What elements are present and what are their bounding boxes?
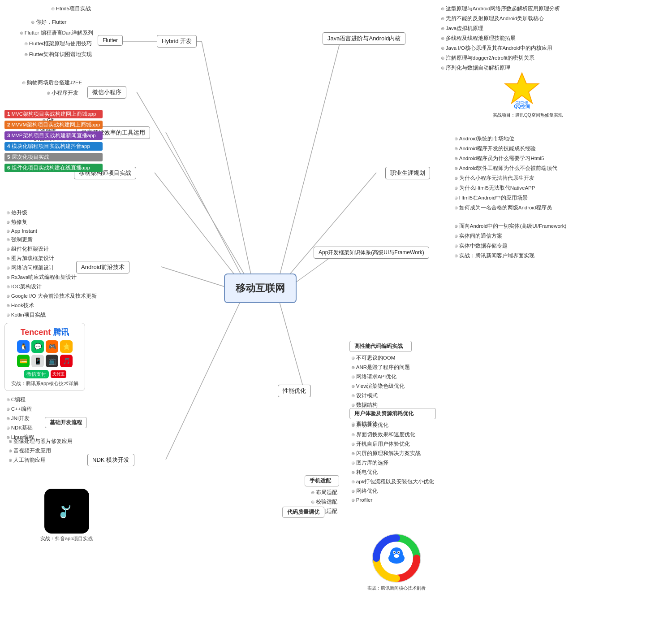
- leaf-startup: 启动速度优化: [349, 421, 436, 430]
- leaf-rxjava: RxJava响应式编程框架设计: [4, 273, 99, 282]
- leaf-career4: Android软件工程师为什么不会被前端顶代: [452, 164, 559, 173]
- leaf-hotfix: 热修复: [4, 218, 99, 226]
- perf-section2-label: 用户体验及资源消耗优化: [349, 408, 436, 419]
- arch-item-5: 5 层次化项目实战: [4, 153, 103, 161]
- ndk-leaves2: 图像处理与照片修复应用 音视频开发应用 人工智能应用: [7, 437, 74, 464]
- svg-point-22: [394, 552, 395, 553]
- perf-section2-group: 用户体验及资源消耗优化 启动速度优化 界面切换效果和速度优化 开机自启用户体验优…: [349, 408, 436, 503]
- arch-item-6: 6 组件化项目实战构建在线直播app: [4, 164, 103, 172]
- leaf-imageloader: 图片加载框架设计: [4, 254, 99, 263]
- wechat-pay-label: 微信支付: [24, 370, 49, 378]
- leaf-flutter2: Flutter 编程语言Dart详解系列: [18, 29, 95, 37]
- branch-wechat: 微信小程序: [87, 86, 126, 99]
- svg-text:QZONE: QZONE: [516, 100, 528, 104]
- perf-section1-label: 高性能代码编码实战: [349, 341, 412, 352]
- tencent-news-caption: 实战：腾讯新闻核心技术剖析: [367, 585, 426, 591]
- mind-map: 移动互联网 Hybrid 开发 Flutter Html5项目实战 你好，Flu…: [0, 0, 672, 625]
- leaf-apk: apk打包流程以及安装包大小优化: [349, 477, 436, 486]
- arch-items: 1 MVC架构项目实战构建网上商城app 2 MVVM架构项目实战构建网上商城a…: [4, 109, 103, 173]
- qqzone-block: QQ空间 QZONE 实战项目：腾讯QQ空间热修复实现: [493, 69, 551, 118]
- svg-line-11: [278, 296, 305, 392]
- leaf-kotlin: Kotlin项目实战: [4, 311, 99, 319]
- icon-tencent2: 🎮: [46, 340, 58, 353]
- leaf-ndk: NDK基础: [4, 424, 36, 432]
- leaf-career5: 为什么小程序无法替代原生开发: [452, 174, 559, 182]
- leaf-career3: Android程序员为什么需要学习Html5: [452, 154, 559, 163]
- leaf-component: 组件化框架设计: [4, 245, 99, 253]
- tencent-caption: 实战：腾讯系app核心技术详解: [10, 380, 79, 387]
- icon-qq: 🐧: [17, 340, 30, 353]
- icon-tencent6: 🎵: [60, 355, 73, 367]
- leaf-google-io: Google I/O 大会前沿技术及技术更新: [4, 292, 99, 300]
- tencent-block: Tencent 腾讯 🐧 💬 🎮 ⭐ 💳 📱 📺 🎵 微信支付 支付宝 实战：腾…: [4, 323, 85, 391]
- leaf-app4: 实战：腾讯新闻客户端界面实现: [452, 252, 568, 260]
- arch-item-3: 3 MVP架构项目实战构建新闻直播app: [4, 131, 103, 140]
- leaf-network: 网络访问框架设计: [4, 264, 99, 272]
- leaf-java2: 无所不能的反射原理及Android类加载核心: [439, 14, 562, 23]
- leaf-splash: 闪屏的原理和解决方案实战: [349, 449, 436, 458]
- leaf-cpp: C++编程: [4, 405, 36, 413]
- perf-section3-label: 手机适配: [305, 475, 339, 486]
- leaf-verify-adapt: 校验适配: [309, 498, 339, 506]
- leaf-wechat1: 购物商场后台搭建J2EE: [20, 78, 84, 87]
- branch-career: 职业生涯规划: [385, 167, 430, 179]
- ndk-group-label: 基础开发流程: [45, 417, 87, 428]
- flutter-sub: Flutter: [98, 35, 123, 46]
- svg-line-9: [280, 173, 376, 286]
- branch-ndk: NDK 模块开发: [87, 454, 134, 466]
- leaf-ai: 人工智能应用: [7, 456, 74, 464]
- leaf-flutter3: Flutter框架原理与使用技巧: [22, 39, 94, 48]
- leaf-java1: 这型原理与Android网络序数起解析应用原理分析: [439, 4, 562, 13]
- qqzone-caption: 实战项目：腾讯QQ空间热修复实现: [493, 112, 551, 118]
- leaf-hotupgrade: 热升级: [4, 208, 99, 217]
- leaf-layout-adapt: 布局适配: [309, 488, 339, 497]
- leaf-app1: 面向Android中的一切实体(高级UI/Framework): [452, 222, 568, 230]
- leaf-app3: 实体中数据存储专题: [452, 242, 568, 250]
- svg-line-7: [166, 298, 242, 460]
- icon-tencent4: 📱: [31, 355, 44, 367]
- tencent-badge: 支付宝: [51, 370, 66, 378]
- icon-tencent5: 📺: [46, 355, 58, 367]
- app-framework-leaves: 面向Android中的一切实体(高级UI/Framework) 实体间的通信方案…: [452, 222, 568, 260]
- leaf-java5: Java I/O核心原理及其在Android中的内核应用: [439, 44, 562, 52]
- leaf-ioc: IOC架构设计: [4, 282, 99, 291]
- leaf-hook: Hook技术: [4, 301, 99, 310]
- tiktok-caption: 实战：抖音app项目实战: [40, 535, 93, 542]
- icon-tencent3: ⭐: [60, 340, 73, 353]
- arch-item-1: 1 MVC架构项目实战构建网上商城app: [4, 110, 103, 118]
- leaf-switch-opt: 界面切换效果和速度优化: [349, 430, 436, 439]
- android-frontier-leaves: 热升级 热修复 App Instant 强制更新 组件化框架设计 图片加载框架设…: [4, 208, 99, 319]
- svg-line-0: [202, 41, 253, 285]
- leaf-appinstant: App Instant: [4, 227, 99, 234]
- leaf-forceupdate: 强制更新: [4, 235, 99, 244]
- leaf-boot-opt: 开机自启用户体验优化: [349, 440, 436, 448]
- svg-line-4: [166, 132, 246, 285]
- leaf-battery: 耗电优化: [349, 468, 436, 477]
- branch-app-framework: App开发框架知识体系(高级UI与FrameWork): [314, 247, 429, 259]
- leaf-career6: 为什么Html5无法取代NativeAPP: [452, 184, 559, 192]
- leaf-oom: 不可思议的OOM: [349, 354, 412, 362]
- leaf-java3: Java虚拟机原理: [439, 24, 562, 33]
- branch-java-android: Java语言进阶与Android内核: [323, 32, 405, 45]
- leaf-career1: Android系统的市场地位: [452, 135, 559, 143]
- leaf-flutter1: 你好，Flutter: [29, 18, 68, 26]
- app-icons: 🐧 💬 🎮 ⭐ 💳 📱 📺 🎵: [10, 340, 79, 367]
- svg-point-24: [394, 554, 399, 558]
- leaf-java6: 注解原理与dagger2/retrofit的密切关系: [439, 54, 562, 62]
- leaf-career2: Android程序开发的技能成长经验: [452, 144, 559, 153]
- leaf-imglib: 图片库的选择: [349, 459, 436, 467]
- leaf-design-pattern: 设计模式: [349, 391, 412, 400]
- center-node: 移动互联网: [224, 273, 297, 303]
- leaf-view-opt: View渲染染色级优化: [349, 382, 412, 391]
- leaf-net-opt: 网络优化: [349, 487, 436, 495]
- leaf-career8: 如何成为一名合格的两级Android程序员: [452, 204, 559, 212]
- leaf-image-process: 图像处理与照片修复应用: [7, 437, 74, 446]
- perf-section4-label: 代码质量调优: [282, 507, 324, 518]
- svg-line-8: [278, 40, 340, 282]
- leaf-flutter4: Flutter架构知识图谱地实现: [22, 50, 94, 59]
- leaf-career7: Html5在Android中的应用场景: [452, 194, 559, 202]
- arch-item-2: 2 MVVM架构项目实战构建网上商城app: [4, 121, 103, 129]
- leaf-anr: ANR是毁了程序的问题: [349, 363, 412, 372]
- leaf-html5: Html5项目实战: [49, 4, 93, 13]
- tiktok-block: 实战：抖音app项目实战: [40, 489, 93, 542]
